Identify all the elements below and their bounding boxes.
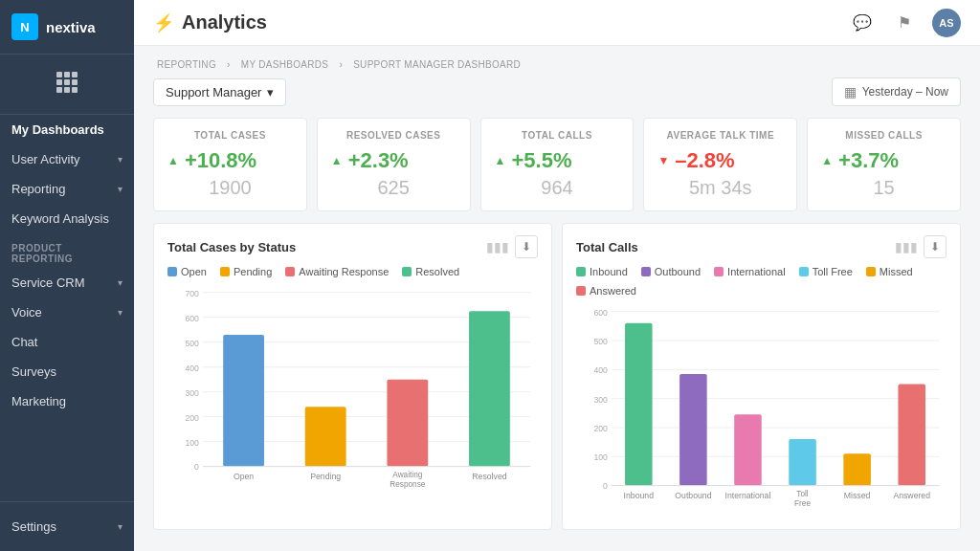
sidebar-item-marketing[interactable]: Marketing [0,386,134,416]
page-title: Analytics [182,11,848,33]
svg-text:600: 600 [593,308,608,318]
stat-label: MISSED CALLS [821,130,947,141]
stat-card: MISSED CALLS ▲ +3.7% 15 [807,118,961,211]
stat-change-row: ▲ +3.7% [821,148,947,173]
stat-card: TOTAL CALLS ▲ +5.5% 964 [480,118,635,211]
legend-item: Answered [576,285,636,297]
sidebar-apps-section[interactable] [0,55,134,115]
stat-change-value: +2.3% [348,148,409,173]
svg-text:Toll: Toll [796,490,809,498]
legend-item: Missed [866,266,913,277]
svg-text:Resolved: Resolved [472,472,506,481]
svg-rect-46 [789,439,816,486]
legend-color-dot [285,267,295,276]
svg-text:400: 400 [185,364,199,373]
stat-change-value: +5.5% [511,148,571,173]
svg-rect-16 [223,335,264,467]
chat-icon[interactable]: 💬 [848,9,877,37]
topbar: ⚡ Analytics 💬 ⚑ AS [134,0,980,46]
sidebar-item-user-activity[interactable]: User Activity ▾ [0,144,134,174]
svg-text:100: 100 [185,438,199,448]
grid-icon [56,72,78,93]
sidebar-settings-section: Settings ▾ [0,501,134,551]
stat-card: RESOLVED CASES ▲ +2.3% 625 [317,118,471,211]
svg-text:100: 100 [593,452,608,462]
legend-color-dot [220,267,230,276]
legend-color-dot [866,267,876,276]
legend-item: Open [167,266,207,277]
dashboard-selector[interactable]: Support Manager ▾ [153,78,286,106]
stat-cards: TOTAL CASES ▲ +10.8% 1900 RESOLVED CASES… [153,118,961,211]
svg-rect-51 [898,385,925,486]
flag-icon[interactable]: ⚑ [890,9,919,37]
stat-card: TOTAL CASES ▲ +10.8% 1900 [153,118,307,211]
legend-item: International [714,266,786,277]
svg-text:Inbound: Inbound [624,491,655,500]
svg-text:700: 700 [185,289,199,298]
legend-item: Resolved [402,266,459,277]
topbar-actions: 💬 ⚑ AS [848,9,961,37]
legend-color-dot [799,267,809,276]
logo-text: nextiva [46,19,96,35]
sidebar-item-settings[interactable]: Settings ▾ [0,512,134,541]
stat-change-value: +3.7% [838,148,899,173]
svg-text:Free: Free [794,499,811,508]
chart-title-left: Total Cases by Status [167,240,296,254]
chart-title-right: Total Calls [576,240,638,254]
stat-label: TOTAL CALLS [495,130,620,141]
legend-item: Toll Free [799,266,853,277]
stat-total-value: 15 [821,177,947,199]
download-button-right[interactable]: ⬇ [924,235,947,258]
sidebar-logo: N nextiva [0,0,134,55]
svg-text:Answered: Answered [893,491,930,500]
svg-text:Response: Response [390,480,425,489]
svg-text:200: 200 [593,424,608,433]
svg-text:Missed: Missed [844,491,871,500]
apps-launcher[interactable] [0,64,134,104]
chevron-icon: ▾ [118,307,122,318]
sidebar-item-reporting[interactable]: Reporting ▾ [0,174,134,204]
bar-chart-right: 0100200300400500600InboundOutboundIntern… [576,304,947,518]
calendar-icon: ▦ [844,84,857,99]
chart-legend-right: InboundOutboundInternationalToll FreeMis… [576,266,947,297]
sidebar-item-surveys[interactable]: Surveys [0,357,134,386]
stat-change-row: ▲ +5.5% [495,148,620,173]
sidebar-item-voice[interactable]: Voice ▾ [0,298,134,327]
legend-color-dot [576,286,586,296]
svg-rect-23 [469,311,510,466]
svg-text:International: International [725,491,771,500]
main-area: ⚡ Analytics 💬 ⚑ AS REPORTING › MY DASHBO… [134,0,980,551]
sidebar-my-dashboards[interactable]: My Dashboards [0,115,134,144]
user-avatar[interactable]: AS [932,9,961,37]
product-reporting-label: PRODUCT REPORTING [0,233,134,268]
logo-icon: N [11,13,38,40]
svg-text:Outbound: Outbound [675,491,711,500]
sidebar-item-chat[interactable]: Chat [0,327,134,357]
chevron-icon: ▾ [118,154,122,165]
svg-text:500: 500 [593,337,608,346]
stat-card: AVERAGE TALK TIME ▼ –2.8% 5m 34s [643,118,797,211]
legend-item: Inbound [576,266,628,277]
bar-chart-icon[interactable]: ▮▮▮ [895,239,918,254]
svg-text:0: 0 [603,481,608,491]
chevron-icon: ▾ [118,521,122,532]
legend-item: Awaiting Response [285,266,389,277]
bar-chart-icon[interactable]: ▮▮▮ [486,239,509,254]
svg-rect-42 [679,374,707,486]
arrow-up-icon: ▲ [167,154,179,167]
chart-header-left: Total Cases by Status ▮▮▮ ⬇ [167,235,538,258]
sidebar-item-service-crm[interactable]: Service CRM ▾ [0,268,134,298]
date-range-button[interactable]: ▦ Yesterday – Now [832,77,961,106]
svg-text:0: 0 [194,462,199,472]
arrow-up-icon: ▲ [495,154,506,167]
legend-color-dot [641,267,651,276]
arrow-up-icon: ▲ [331,154,343,167]
stat-change-row: ▼ –2.8% [657,148,783,173]
download-button-left[interactable]: ⬇ [515,235,538,258]
arrow-up-icon: ▲ [821,154,833,167]
arrow-down-icon: ▼ [657,154,669,167]
legend-color-dot [402,267,412,276]
sidebar: N nextiva My Dashboards User Activity ▾ … [0,0,134,551]
chevron-icon: ▾ [118,184,122,194]
sidebar-item-keyword-analysis[interactable]: Keyword Analysis [0,204,134,233]
